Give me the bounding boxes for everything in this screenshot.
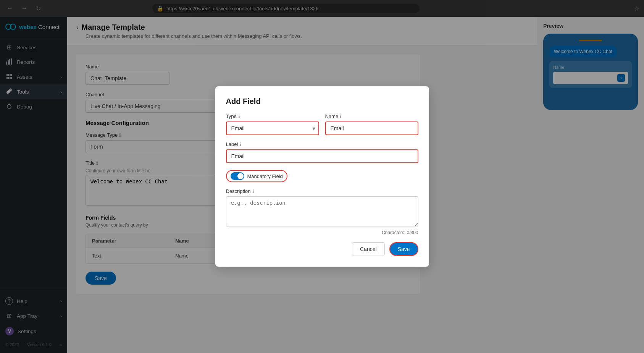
modal-description-textarea[interactable] bbox=[226, 196, 418, 227]
modal-type-col: Type ℹ Email Text Number ▾ bbox=[226, 113, 319, 135]
char-count: Characters: 0/300 bbox=[226, 230, 418, 235]
modal-description-group: Description ℹ Characters: 0/300 bbox=[226, 188, 418, 235]
name-info-icon: ℹ bbox=[340, 114, 342, 119]
mandatory-m: M bbox=[247, 173, 252, 179]
modal-overlay[interactable]: Add Field Type ℹ Email Text Number ▾ bbox=[0, 0, 644, 353]
modal-type-name-row: Type ℹ Email Text Number ▾ Name ℹ bbox=[226, 113, 418, 135]
modal-type-select[interactable]: Email Text Number bbox=[226, 121, 319, 135]
modal-type-select-wrapper: Email Text Number ▾ bbox=[226, 121, 319, 135]
add-field-modal: Add Field Type ℹ Email Text Number ▾ bbox=[215, 86, 429, 267]
label-info-icon: ℹ bbox=[239, 142, 241, 147]
modal-label-label: Label ℹ bbox=[226, 141, 418, 147]
modal-name-label: Name ℹ bbox=[325, 113, 418, 119]
modal-footer: Cancel Save bbox=[226, 242, 418, 256]
mandatory-toggle-container[interactable]: Mandatory Field bbox=[226, 170, 287, 182]
modal-save-button[interactable]: Save bbox=[389, 242, 418, 256]
modal-name-input[interactable] bbox=[325, 121, 418, 135]
modal-label-input[interactable] bbox=[226, 149, 418, 163]
modal-title: Add Field bbox=[226, 97, 418, 106]
modal-description-label: Description ℹ bbox=[226, 188, 418, 194]
modal-label-group: Label ℹ bbox=[226, 141, 418, 163]
description-info-icon: ℹ bbox=[252, 189, 254, 194]
type-info-icon: ℹ bbox=[238, 114, 240, 119]
modal-name-col: Name ℹ bbox=[325, 113, 418, 135]
modal-type-label: Type ℹ bbox=[226, 113, 319, 119]
mandatory-toggle[interactable] bbox=[231, 172, 244, 180]
mandatory-label: Mandatory Field bbox=[247, 173, 283, 179]
modal-cancel-button[interactable]: Cancel bbox=[352, 242, 385, 256]
